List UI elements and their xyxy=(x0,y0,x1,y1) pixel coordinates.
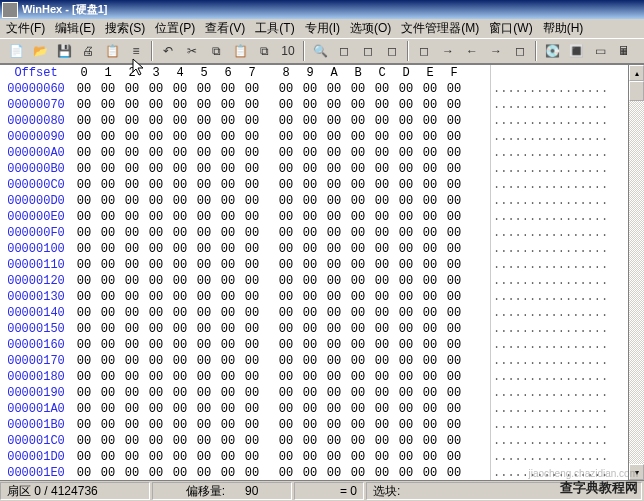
byte-cell[interactable]: 00 xyxy=(168,209,192,225)
ascii-line[interactable]: ................ xyxy=(491,161,628,177)
byte-cell[interactable]: 00 xyxy=(96,273,120,289)
byte-cell[interactable]: 00 xyxy=(216,113,240,129)
byte-cell[interactable]: 00 xyxy=(394,145,418,161)
byte-cell[interactable]: 00 xyxy=(96,465,120,480)
byte-cell[interactable]: 00 xyxy=(144,401,168,417)
byte-cell[interactable]: 00 xyxy=(192,97,216,113)
binary-button[interactable]: 10 xyxy=(277,40,299,62)
special-button[interactable]: ⧉ xyxy=(253,40,275,62)
byte-cell[interactable]: 00 xyxy=(96,433,120,449)
byte-cell[interactable]: 00 xyxy=(394,193,418,209)
byte-cell[interactable]: 00 xyxy=(274,385,298,401)
byte-cell[interactable]: 00 xyxy=(120,241,144,257)
byte-cell[interactable]: 00 xyxy=(346,369,370,385)
hex-row[interactable]: 0000013000000000000000000000000000000000 xyxy=(0,289,466,305)
byte-cell[interactable]: 00 xyxy=(240,193,264,209)
byte-cell[interactable]: 00 xyxy=(216,401,240,417)
byte-cell[interactable]: 00 xyxy=(144,81,168,97)
byte-cell[interactable]: 00 xyxy=(144,337,168,353)
byte-cell[interactable]: 00 xyxy=(298,129,322,145)
byte-cell[interactable]: 00 xyxy=(192,417,216,433)
ascii-line[interactable]: ................ xyxy=(491,97,628,113)
hex-row[interactable]: 000001B000000000000000000000000000000000 xyxy=(0,417,466,433)
byte-cell[interactable]: 00 xyxy=(394,401,418,417)
goto-start-button[interactable]: ◻ xyxy=(413,40,435,62)
byte-cell[interactable]: 00 xyxy=(192,129,216,145)
byte-cell[interactable]: 00 xyxy=(298,385,322,401)
byte-cell[interactable]: 00 xyxy=(168,417,192,433)
byte-cell[interactable]: 00 xyxy=(346,225,370,241)
print-button[interactable]: 🖨 xyxy=(77,40,99,62)
byte-cell[interactable]: 00 xyxy=(418,97,442,113)
byte-cell[interactable]: 00 xyxy=(418,305,442,321)
hex-row[interactable]: 0000008000000000000000000000000000000000 xyxy=(0,113,466,129)
byte-cell[interactable]: 00 xyxy=(168,289,192,305)
byte-cell[interactable]: 00 xyxy=(120,97,144,113)
byte-cell[interactable]: 00 xyxy=(370,97,394,113)
byte-cell[interactable]: 00 xyxy=(274,417,298,433)
byte-cell[interactable]: 00 xyxy=(394,241,418,257)
byte-cell[interactable]: 00 xyxy=(96,129,120,145)
byte-cell[interactable]: 00 xyxy=(274,113,298,129)
byte-cell[interactable]: 00 xyxy=(394,273,418,289)
byte-cell[interactable]: 00 xyxy=(442,225,466,241)
byte-cell[interactable]: 00 xyxy=(442,113,466,129)
byte-cell[interactable]: 00 xyxy=(240,161,264,177)
byte-cell[interactable]: 00 xyxy=(418,433,442,449)
scroll-up-button[interactable]: ▴ xyxy=(629,65,644,81)
byte-cell[interactable]: 00 xyxy=(274,401,298,417)
byte-cell[interactable]: 00 xyxy=(346,129,370,145)
byte-cell[interactable]: 00 xyxy=(298,161,322,177)
byte-cell[interactable]: 00 xyxy=(298,81,322,97)
byte-cell[interactable]: 00 xyxy=(346,417,370,433)
byte-cell[interactable]: 00 xyxy=(298,449,322,465)
byte-cell[interactable]: 00 xyxy=(144,353,168,369)
byte-cell[interactable]: 00 xyxy=(418,81,442,97)
byte-cell[interactable]: 00 xyxy=(346,97,370,113)
ascii-line[interactable]: ................ xyxy=(491,433,628,449)
byte-cell[interactable]: 00 xyxy=(120,193,144,209)
ascii-line[interactable]: ................ xyxy=(491,225,628,241)
byte-cell[interactable]: 00 xyxy=(298,241,322,257)
menu-item[interactable]: 专用(I) xyxy=(305,20,340,37)
byte-cell[interactable]: 00 xyxy=(418,161,442,177)
byte-cell[interactable]: 00 xyxy=(298,193,322,209)
ascii-line[interactable]: ................ xyxy=(491,241,628,257)
byte-cell[interactable]: 00 xyxy=(370,177,394,193)
ascii-line[interactable]: ................ xyxy=(491,257,628,273)
byte-cell[interactable]: 00 xyxy=(216,225,240,241)
hex-row[interactable]: 000000D000000000000000000000000000000000 xyxy=(0,193,466,209)
byte-cell[interactable]: 00 xyxy=(192,273,216,289)
byte-cell[interactable]: 00 xyxy=(442,369,466,385)
byte-cell[interactable]: 00 xyxy=(274,209,298,225)
byte-cell[interactable]: 00 xyxy=(216,369,240,385)
byte-cell[interactable]: 00 xyxy=(346,81,370,97)
byte-cell[interactable]: 00 xyxy=(168,193,192,209)
byte-cell[interactable]: 00 xyxy=(216,385,240,401)
byte-cell[interactable]: 00 xyxy=(120,433,144,449)
byte-cell[interactable]: 00 xyxy=(442,385,466,401)
hex-row[interactable]: 0000012000000000000000000000000000000000 xyxy=(0,273,466,289)
ascii-line[interactable]: ................ xyxy=(491,337,628,353)
byte-cell[interactable]: 00 xyxy=(72,225,96,241)
byte-cell[interactable]: 00 xyxy=(370,401,394,417)
byte-cell[interactable]: 00 xyxy=(322,257,346,273)
byte-cell[interactable]: 00 xyxy=(442,177,466,193)
ascii-pane[interactable]: ........................................… xyxy=(490,65,628,480)
byte-cell[interactable]: 00 xyxy=(96,241,120,257)
byte-cell[interactable]: 00 xyxy=(418,113,442,129)
byte-cell[interactable]: 00 xyxy=(240,465,264,480)
byte-cell[interactable]: 00 xyxy=(346,257,370,273)
byte-cell[interactable]: 00 xyxy=(144,97,168,113)
byte-cell[interactable]: 00 xyxy=(442,289,466,305)
byte-cell[interactable]: 00 xyxy=(346,465,370,480)
byte-cell[interactable]: 00 xyxy=(394,209,418,225)
byte-cell[interactable]: 00 xyxy=(442,305,466,321)
byte-cell[interactable]: 00 xyxy=(322,97,346,113)
byte-cell[interactable]: 00 xyxy=(298,305,322,321)
byte-cell[interactable]: 00 xyxy=(274,353,298,369)
byte-cell[interactable]: 00 xyxy=(322,465,346,480)
hex-row[interactable]: 000000F000000000000000000000000000000000 xyxy=(0,225,466,241)
byte-cell[interactable]: 00 xyxy=(240,369,264,385)
menu-item[interactable]: 位置(P) xyxy=(155,20,195,37)
